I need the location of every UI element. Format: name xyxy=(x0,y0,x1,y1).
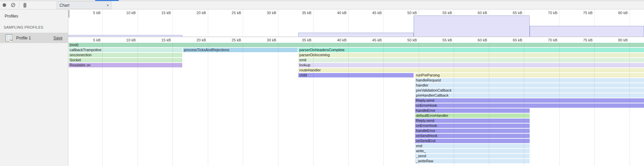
flame-frame[interactable]: _writeRaw xyxy=(415,159,530,163)
frame-label: callbackTrampoline xyxy=(69,48,182,52)
ruler-tick-label: 60 kB xyxy=(462,38,487,42)
flame-frame[interactable]: lookup xyxy=(298,63,644,67)
ruler-tick-label: 75 kB xyxy=(567,11,593,15)
ruler-tick-label: 30 kB xyxy=(251,38,276,42)
flame-frame[interactable]: (root) xyxy=(69,43,644,47)
gridline xyxy=(138,9,138,37)
frame-label: Readable.on xyxy=(69,63,182,67)
ruler-tick-label: 15 kB xyxy=(146,11,171,15)
chevron-down-icon: ▾ xyxy=(107,3,109,7)
frame-label: onSendHook xyxy=(415,134,530,138)
flame-frame[interactable]: onErrorHook xyxy=(415,124,530,128)
flame-frame[interactable]: callbackTrampoline xyxy=(69,48,182,52)
ruler-tick-label: 35 kB xyxy=(286,38,311,42)
ruler-tick-label: 30 kB xyxy=(251,11,276,15)
gridline xyxy=(383,43,384,166)
frame-label: processTicksAndRejections xyxy=(183,48,298,52)
overview-area-segment xyxy=(298,33,414,37)
sidebar-item-profile-1[interactable]: % Profile 1 Save xyxy=(0,33,68,43)
flame-frame[interactable]: Reply.send xyxy=(415,119,530,123)
ruler-tick-label: 60 kB xyxy=(462,11,487,15)
flame-frame[interactable]: onErrorHook xyxy=(415,103,644,108)
frame-label: child xyxy=(298,73,414,77)
frame-label: onconnection xyxy=(69,53,182,57)
ruler-tick-label: 80 kB xyxy=(603,11,628,15)
flame-frame[interactable]: runPreParsing xyxy=(415,73,644,77)
save-link[interactable]: Save xyxy=(53,36,63,40)
frame-label: routeHandler xyxy=(298,68,644,72)
profile-name: Profile 1 xyxy=(16,36,31,40)
toolbar-separator xyxy=(19,2,19,8)
gridline xyxy=(278,9,278,37)
gridline xyxy=(594,43,595,166)
flame-frame[interactable]: end xyxy=(415,144,530,148)
flame-frame[interactable]: handleRequest xyxy=(415,78,644,82)
flame-frame[interactable]: handleError xyxy=(415,129,530,133)
ruler-tick-label: 45 kB xyxy=(356,11,382,15)
frame-label: _writeRaw xyxy=(415,159,530,163)
record-icon xyxy=(2,3,7,7)
ruler-tick-label: 50 kB xyxy=(392,11,417,15)
flame-frame[interactable]: child xyxy=(298,73,414,77)
ruler-tick-label: 55 kB xyxy=(427,38,452,42)
block-icon xyxy=(11,3,15,7)
flame-frame[interactable]: parserOnIncoming xyxy=(298,53,644,57)
gridline xyxy=(208,43,208,166)
flame-frame[interactable]: onSendEnd xyxy=(415,139,530,143)
flame-frame[interactable]: onconnection xyxy=(69,53,182,57)
flame-frame[interactable]: _send xyxy=(415,154,530,158)
gridline xyxy=(489,43,489,166)
overview-area-segment xyxy=(414,15,530,37)
record-button[interactable] xyxy=(0,1,9,9)
profiler-chart-panel: 5 kB10 kB15 kB20 kB25 kB30 kB35 kB40 kB4… xyxy=(69,9,644,166)
frame-label: end xyxy=(415,144,530,148)
flame-frame[interactable]: routeHandler xyxy=(298,68,644,72)
delete-profile-button[interactable] xyxy=(21,1,29,9)
flame-frame[interactable]: parserOnHeadersComplete xyxy=(298,48,644,52)
ruler-tick-label: 25 kB xyxy=(216,38,241,42)
gridline xyxy=(348,43,349,166)
ruler-tick-label: 10 kB xyxy=(111,11,136,15)
ruler-tick-label: 65 kB xyxy=(497,11,522,15)
overview-area-segment xyxy=(69,35,182,37)
frame-label: runPreParsing xyxy=(415,73,644,77)
frame-label: handleRequest xyxy=(415,78,644,82)
flame-frame[interactable]: handleError xyxy=(415,108,530,113)
ruler-tick-label: 55 kB xyxy=(427,11,452,15)
flame-frame[interactable]: emit xyxy=(298,58,644,62)
ruler-tick-label: 25 kB xyxy=(216,11,241,15)
toolbar: Chart ▾ xyxy=(0,1,644,9)
flame-frame[interactable]: preHandlerCallback xyxy=(415,93,644,98)
frame-label: _send xyxy=(415,154,530,158)
gridline xyxy=(173,43,173,166)
flame-frame[interactable]: onSendHook xyxy=(415,134,530,138)
ruler-tick-label: 75 kB xyxy=(567,38,593,42)
flame-frame[interactable]: write_ xyxy=(415,149,530,153)
frame-label: onErrorHook xyxy=(415,103,644,108)
ruler-tick-label: 80 kB xyxy=(603,38,628,42)
sidebar: Profiles SAMPLING PROFILES % Profile 1 S… xyxy=(0,9,68,166)
frame-label: defaultErrorHandler xyxy=(415,113,530,118)
flame-frame[interactable]: preValidationCallback xyxy=(415,88,644,93)
flame-frame[interactable]: Reply.send xyxy=(415,98,644,103)
clear-button[interactable] xyxy=(9,1,17,9)
page-title: Profiles xyxy=(5,14,68,19)
overview-area-segment xyxy=(530,26,644,37)
frame-label: onSendEnd xyxy=(415,139,530,143)
frame-label: preHandlerCallback xyxy=(415,93,644,98)
viewport-handle[interactable] xyxy=(69,10,69,18)
frame-label: handler xyxy=(415,83,644,88)
gridline xyxy=(419,43,419,166)
memory-overview-pane[interactable]: 5 kB10 kB15 kB20 kB25 kB30 kB35 kB40 kB4… xyxy=(69,9,644,37)
flame-frame[interactable]: handler xyxy=(415,83,644,88)
view-mode-value: Chart xyxy=(60,3,69,8)
percent-glyph: % xyxy=(10,39,12,42)
flame-frame[interactable]: Readable.on xyxy=(69,63,182,67)
flame-frame[interactable]: processTicksAndRejections xyxy=(183,48,298,52)
frame-label: onErrorHook xyxy=(415,124,530,128)
frame-label: Reply.send xyxy=(415,98,644,103)
flame-chart: (root)callbackTrampolineprocessTicksAndR… xyxy=(69,43,644,166)
flame-frame[interactable]: Socket xyxy=(69,58,182,62)
flame-frame[interactable]: defaultErrorHandler xyxy=(415,113,530,118)
view-mode-select[interactable]: Chart ▾ xyxy=(56,1,112,9)
